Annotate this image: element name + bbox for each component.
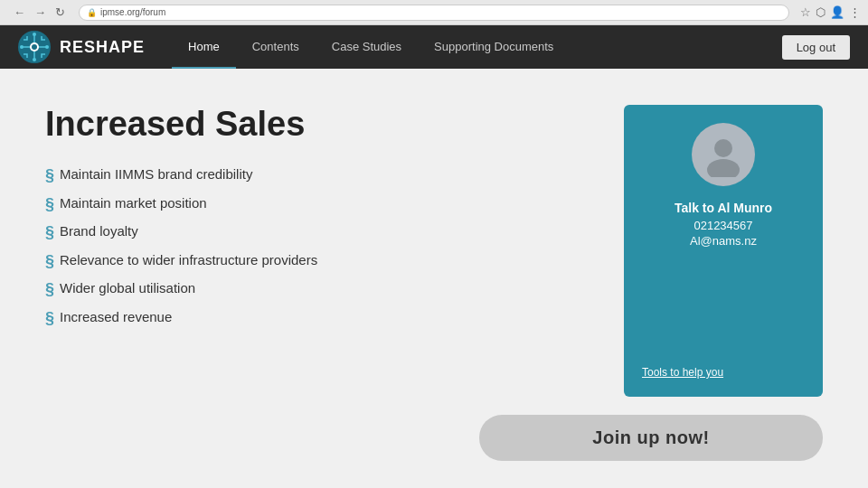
nav-home[interactable]: Home <box>172 25 236 69</box>
browser-actions: ☆ ⬡ 👤 ⋮ <box>800 5 861 19</box>
bullet-icon: § <box>45 223 54 243</box>
svg-point-11 <box>714 139 732 157</box>
browser-chrome: ← → ↻ 🔒 ipmse.org/forum ☆ ⬡ 👤 ⋮ <box>0 0 868 25</box>
svg-point-8 <box>45 45 49 49</box>
svg-point-10 <box>33 58 36 61</box>
bullet-text: Brand loyalty <box>60 223 138 239</box>
join-row: Join up now! <box>45 415 823 461</box>
person-icon <box>701 132 746 177</box>
contact-card: Talk to Al Munro 021234567 Al@nams.nz To… <box>624 105 823 397</box>
content-body: Increased Sales § Maintain IIMMS brand c… <box>45 105 823 397</box>
join-now-button[interactable]: Join up now! <box>479 415 823 461</box>
logout-button[interactable]: Log out <box>782 35 850 60</box>
nav-case-studies[interactable]: Case Studies <box>316 25 418 69</box>
nav-contents[interactable]: Contents <box>236 25 316 69</box>
svg-point-9 <box>33 33 36 36</box>
brand-logo-icon <box>18 31 51 63</box>
left-section: Increased Sales § Maintain IIMMS brand c… <box>45 105 597 397</box>
bullet-list: § Maintain IIMMS brand credibility § Mai… <box>45 162 597 333</box>
bullet-icon: § <box>45 166 54 186</box>
brand-name: RESHAPE <box>60 38 145 57</box>
nav-links: Home Contents Case Studies Supporting Do… <box>172 25 782 69</box>
list-item: § Wider global utilisation <box>45 276 597 305</box>
menu-icon[interactable]: ⋮ <box>849 5 861 19</box>
list-item: § Maintain market position <box>45 191 597 220</box>
bullet-text: Increased revenue <box>60 309 172 324</box>
profile-icon[interactable]: 👤 <box>830 5 844 19</box>
browser-nav-icons: ← → ↻ <box>11 5 68 20</box>
bullet-icon: § <box>45 280 54 300</box>
svg-point-6 <box>32 44 37 50</box>
avatar <box>692 123 755 186</box>
navbar: RESHAPE Home Contents Case Studies Suppo… <box>0 25 868 69</box>
list-item: § Relevance to wider infrastructure prov… <box>45 248 597 277</box>
main-content: Increased Sales § Maintain IIMMS brand c… <box>0 69 868 488</box>
contact-email: Al@nams.nz <box>675 234 772 248</box>
brand: RESHAPE <box>18 31 145 63</box>
bullet-text: Wider global utilisation <box>60 280 195 296</box>
contact-name: Talk to Al Munro <box>675 201 772 215</box>
list-item: § Brand loyalty <box>45 219 597 248</box>
nav-supporting-docs[interactable]: Supporting Documents <box>418 25 570 69</box>
reload-icon[interactable]: ↻ <box>52 5 68 20</box>
lock-icon: 🔒 <box>87 8 97 17</box>
contact-info: Talk to Al Munro 021234567 Al@nams.nz <box>675 201 772 248</box>
page: RESHAPE Home Contents Case Studies Suppo… <box>0 25 868 488</box>
bullet-icon: § <box>45 195 54 215</box>
tools-help-link[interactable]: Tools to help you <box>642 366 723 379</box>
svg-point-12 <box>707 159 740 177</box>
list-item: § Increased revenue <box>45 305 597 333</box>
extensions-icon[interactable]: ⬡ <box>816 5 826 19</box>
contact-phone: 021234567 <box>675 219 772 232</box>
bullet-icon: § <box>45 309 54 329</box>
bullet-text: Maintain market position <box>60 195 207 211</box>
page-title: Increased Sales <box>45 105 597 144</box>
list-item: § Maintain IIMMS brand credibility <box>45 162 597 191</box>
bullet-text: Maintain IIMMS brand credibility <box>60 166 252 182</box>
url-text: ipmse.org/forum <box>100 7 165 17</box>
url-bar[interactable]: 🔒 ipmse.org/forum <box>79 5 789 21</box>
forward-icon[interactable]: → <box>32 5 49 20</box>
back-icon[interactable]: ← <box>11 5 28 20</box>
svg-point-7 <box>20 45 24 49</box>
bullet-icon: § <box>45 252 54 272</box>
bookmark-icon[interactable]: ☆ <box>800 5 811 19</box>
bullet-text: Relevance to wider infrastructure provid… <box>60 252 317 267</box>
